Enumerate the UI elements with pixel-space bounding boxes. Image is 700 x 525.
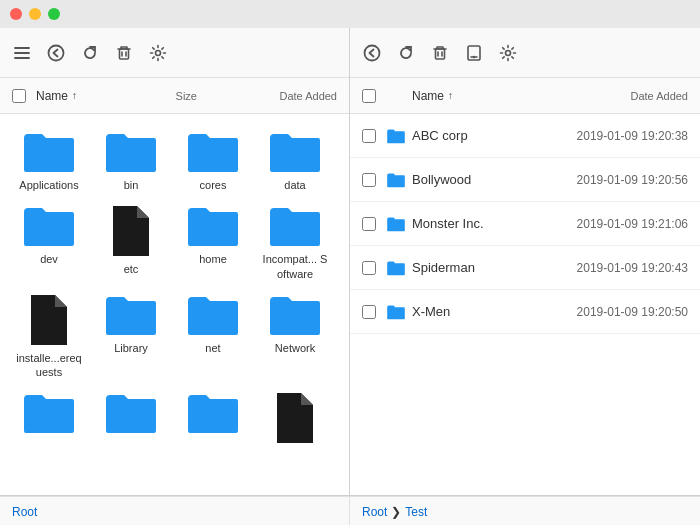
size-col-label: Size (176, 90, 197, 102)
list-item[interactable]: cores (172, 124, 254, 198)
svg-point-7 (156, 50, 161, 55)
back-icon[interactable] (362, 43, 382, 63)
folder-icon (186, 130, 240, 174)
sort-arrow-icon: ↑ (72, 90, 77, 101)
file-list: ABC corp 2019-01-09 19:20:38 Bollywood 2… (350, 114, 700, 495)
list-item[interactable]: Monster Inc. 2019-01-09 19:21:06 (350, 202, 700, 246)
folder-icon (22, 391, 76, 435)
item-date: 2019-01-09 19:21:06 (528, 217, 688, 231)
svg-point-8 (365, 45, 380, 60)
folder-icon (268, 204, 322, 248)
list-item[interactable]: installe...ereq uests (8, 287, 90, 386)
minimize-button[interactable] (29, 8, 41, 20)
list-item[interactable]: Bollywood 2019-01-09 19:20:56 (350, 158, 700, 202)
right-pane: Name ↑ Date Added ABC corp 2019-01-09 19… (350, 28, 700, 495)
list-item[interactable]: Network (254, 287, 336, 386)
item-name: ABC corp (412, 128, 528, 143)
list-item[interactable]: Spiderman 2019-01-09 19:20:43 (350, 246, 700, 290)
breadcrumb-root-left[interactable]: Root (12, 505, 37, 519)
folder-icon (22, 204, 76, 248)
file-name: etc (124, 262, 139, 276)
breadcrumb-separator: ❯ (391, 505, 401, 519)
list-item[interactable]: bin (90, 124, 172, 198)
list-item[interactable]: data (254, 124, 336, 198)
list-item[interactable]: net (172, 287, 254, 386)
sort-arrow-icon: ↑ (448, 90, 453, 101)
list-item[interactable]: ABC corp 2019-01-09 19:20:38 (350, 114, 700, 158)
back-icon[interactable] (46, 43, 66, 63)
settings-icon[interactable] (148, 43, 168, 63)
svg-point-15 (506, 50, 511, 55)
list-item[interactable]: Library (90, 287, 172, 386)
list-item[interactable] (254, 385, 336, 455)
list-item[interactable]: dev (8, 198, 90, 287)
list-item[interactable]: Incompat... S oftware (254, 198, 336, 287)
item-date: 2019-01-09 19:20:50 (528, 305, 688, 319)
maximize-button[interactable] (48, 8, 60, 20)
file-grid: Applications bin cores (0, 114, 349, 495)
file-name: bin (124, 178, 139, 192)
item-checkbox[interactable] (362, 129, 376, 143)
breadcrumb-current[interactable]: Test (405, 505, 427, 519)
folder-icon (268, 130, 322, 174)
list-item[interactable] (90, 385, 172, 455)
refresh-icon[interactable] (396, 43, 416, 63)
breadcrumb-root-right[interactable]: Root (362, 505, 387, 519)
item-checkbox[interactable] (362, 305, 376, 319)
svg-point-3 (49, 45, 64, 60)
date-col-label: Date Added (631, 90, 689, 102)
trash-icon[interactable] (430, 43, 450, 63)
item-checkbox[interactable] (362, 217, 376, 231)
folder-icon (186, 293, 240, 337)
folder-icon (22, 130, 76, 174)
item-name: Spiderman (412, 260, 528, 275)
folder-icon (104, 391, 158, 435)
file-name: data (284, 178, 305, 192)
folder-icon (104, 130, 158, 174)
name-col-label: Name (412, 89, 444, 103)
hamburger-menu-icon[interactable] (12, 43, 32, 63)
folder-icon (268, 293, 322, 337)
item-date: 2019-01-09 19:20:38 (528, 129, 688, 143)
close-button[interactable] (10, 8, 22, 20)
title-bar (0, 0, 700, 28)
list-item[interactable]: X-Men 2019-01-09 19:20:50 (350, 290, 700, 334)
file-name: installe...ereq uests (12, 351, 86, 380)
list-item[interactable]: etc (90, 198, 172, 287)
left-breadcrumb: Root (0, 496, 350, 525)
item-checkbox[interactable] (362, 173, 376, 187)
list-item[interactable]: Applications (8, 124, 90, 198)
folder-icon (186, 391, 240, 435)
file-name: net (205, 341, 220, 355)
item-name: Bollywood (412, 172, 528, 187)
folder-icon (104, 293, 158, 337)
item-checkbox[interactable] (362, 261, 376, 275)
file-name: Network (275, 341, 315, 355)
list-item[interactable] (8, 385, 90, 455)
svg-rect-4 (120, 49, 129, 59)
item-name: X-Men (412, 304, 528, 319)
list-item[interactable] (172, 385, 254, 455)
file-name: home (199, 252, 227, 266)
left-pane: Name ↑ Size Date Added Applications (0, 28, 350, 495)
folder-icon (386, 260, 412, 276)
trash-icon[interactable] (114, 43, 134, 63)
svg-rect-9 (436, 49, 445, 59)
settings-icon[interactable] (498, 43, 518, 63)
file-name: Applications (19, 178, 78, 192)
right-breadcrumb: Root ❯ Test (350, 496, 700, 525)
right-toolbar (350, 28, 700, 78)
select-all-left-checkbox[interactable] (12, 89, 26, 103)
list-item[interactable]: home (172, 198, 254, 287)
device-icon[interactable] (464, 43, 484, 63)
item-name: Monster Inc. (412, 216, 528, 231)
svg-point-14 (474, 56, 475, 57)
file-name: dev (40, 252, 58, 266)
document-icon (27, 293, 71, 347)
left-toolbar (0, 28, 349, 78)
select-all-right-checkbox[interactable] (362, 89, 376, 103)
file-name: cores (200, 178, 227, 192)
file-name: Incompat... S oftware (258, 252, 332, 281)
item-date: 2019-01-09 19:20:43 (528, 261, 688, 275)
refresh-icon[interactable] (80, 43, 100, 63)
